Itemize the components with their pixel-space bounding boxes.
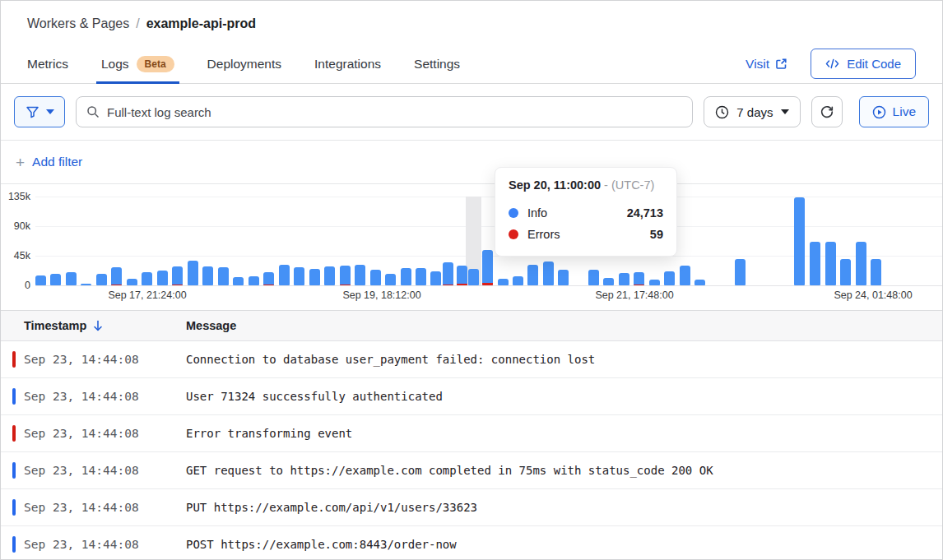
tab-settings[interactable]: Settings [414, 56, 460, 72]
chart-bar[interactable] [634, 272, 644, 285]
header-actions: Visit Edit Code [746, 49, 916, 79]
filter-dropdown-button[interactable] [14, 96, 65, 127]
chart-bar[interactable] [664, 271, 675, 285]
log-message: PUT https://example.com/api/v1/users/336… [186, 501, 477, 514]
log-timestamp: Sep 23, 14:44:08 [24, 427, 174, 440]
message-column-header[interactable]: Message [186, 319, 236, 332]
tooltip-timezone: (UTC-7) [611, 178, 654, 192]
chevron-down-icon [781, 109, 789, 114]
tooltip-series-row: Info24,713 [509, 202, 663, 224]
chart-bar[interactable] [370, 270, 381, 285]
chart-bar[interactable] [385, 274, 396, 285]
log-message: User 71324 successfully authenticated [186, 390, 443, 403]
chart-bar[interactable] [188, 261, 198, 285]
chart-bar[interactable] [202, 266, 213, 285]
log-table-row[interactable]: Sep 23, 14:44:08POST https://example.com… [1, 526, 942, 560]
external-link-icon [775, 58, 787, 70]
chart-bar[interactable] [127, 279, 137, 285]
log-message: Connection to database user_payment fail… [186, 353, 595, 366]
chart-bar[interactable] [218, 267, 229, 285]
chart-bar[interactable] [142, 272, 152, 285]
tooltip-title: Sep 20, 11:00:00 - (UTC-7) [509, 178, 663, 192]
refresh-button[interactable] [811, 96, 843, 127]
tab-deployments[interactable]: Deployments [207, 56, 281, 72]
time-range-select[interactable]: 7 days [704, 96, 800, 127]
visit-link[interactable]: Visit [746, 57, 787, 72]
chart-bar[interactable] [66, 272, 77, 285]
timestamp-column-header[interactable]: Timestamp [24, 319, 186, 332]
timestamp-header-label: Timestamp [24, 319, 86, 332]
chart-bar[interactable] [172, 266, 183, 285]
severity-indicator-info [12, 536, 16, 553]
y-axis-tick: 135k [1, 191, 30, 202]
chart-bar[interactable] [513, 276, 523, 285]
log-table-row[interactable]: Sep 23, 14:44:08Error transforming event [1, 415, 942, 452]
chart-bar[interactable] [96, 274, 107, 285]
chart-bar[interactable] [649, 280, 660, 285]
chart-bar[interactable] [527, 265, 538, 285]
chart-bar[interactable] [416, 268, 426, 285]
tab-metrics[interactable]: Metrics [27, 56, 68, 72]
chart-bar[interactable] [680, 266, 690, 285]
breadcrumb-separator: / [136, 16, 139, 31]
log-search-input[interactable] [107, 105, 682, 119]
chart-bar[interactable] [498, 279, 509, 285]
breadcrumb-section[interactable]: Workers & Pages [27, 16, 129, 31]
chart-bar[interactable] [324, 266, 335, 285]
live-button[interactable]: Live [859, 96, 929, 127]
chart-bar[interactable] [430, 271, 441, 285]
chart-bar[interactable] [233, 277, 244, 285]
chart-bar[interactable] [340, 266, 351, 285]
chart-bar[interactable] [35, 275, 46, 285]
chart-bar[interactable] [294, 267, 304, 285]
chart-bar[interactable] [603, 278, 614, 285]
chart-bar[interactable] [111, 267, 122, 285]
chart-bar[interactable] [619, 273, 629, 285]
funnel-icon [26, 105, 39, 119]
visit-label: Visit [746, 57, 769, 72]
severity-indicator-info [12, 388, 16, 405]
filter-bar: 7 days Live [1, 84, 942, 141]
chart-bar[interactable] [401, 268, 411, 285]
log-table-row[interactable]: Sep 23, 14:44:08User 71324 successfully … [1, 378, 942, 415]
log-timestamp: Sep 23, 14:44:08 [24, 353, 174, 366]
add-filter-link[interactable]: Add filter [32, 155, 82, 169]
chart-bar[interactable] [558, 270, 569, 285]
x-axis-tick: Sep 24, 01:48:00 [834, 289, 912, 301]
tab-logs[interactable]: LogsBeta [101, 56, 174, 72]
chart-bar[interactable] [840, 259, 851, 285]
chart-bar[interactable] [249, 276, 259, 285]
chart-bar[interactable] [157, 271, 168, 285]
chart-bar[interactable] [50, 274, 61, 285]
tab-label: Deployments [207, 57, 281, 72]
log-table-row[interactable]: Sep 23, 14:44:08GET request to https://e… [1, 452, 942, 489]
workers-logs-page: Workers & Pages / example-api-prod Metri… [0, 0, 943, 560]
chart-bar[interactable] [279, 265, 290, 285]
chart-bar[interactable] [81, 284, 91, 285]
chart-bar[interactable] [735, 259, 746, 285]
edit-code-button[interactable]: Edit Code [811, 49, 916, 79]
chart-bar[interactable] [856, 242, 866, 285]
chart-bar-hovered[interactable] [468, 269, 479, 285]
chart-bar[interactable] [794, 197, 805, 285]
chart-bar[interactable] [443, 262, 453, 285]
chart-bar[interactable] [825, 242, 836, 285]
chart-bar[interactable] [694, 280, 705, 285]
log-table-row[interactable]: Sep 23, 14:44:08Connection to database u… [1, 341, 942, 378]
tab-integrations[interactable]: Integrations [314, 56, 381, 72]
tab-label: Logs [101, 57, 129, 72]
chart-bar-error-segment [340, 285, 351, 285]
chart-bar[interactable] [482, 250, 493, 285]
chart-bar[interactable] [871, 259, 881, 285]
chart-bar[interactable] [588, 270, 599, 285]
chart-bar[interactable] [355, 265, 365, 285]
chart-bar[interactable] [457, 266, 467, 285]
chart-bar[interactable] [810, 242, 820, 285]
chart-bar[interactable] [263, 272, 274, 285]
chart-bar[interactable] [543, 261, 554, 285]
log-table-body: Sep 23, 14:44:08Connection to database u… [1, 341, 942, 560]
log-timestamp: Sep 23, 14:44:08 [24, 501, 174, 514]
log-table-row[interactable]: Sep 23, 14:44:08PUT https://example.com/… [1, 489, 942, 526]
sort-descending-icon[interactable] [93, 320, 103, 331]
chart-bar[interactable] [309, 269, 320, 285]
